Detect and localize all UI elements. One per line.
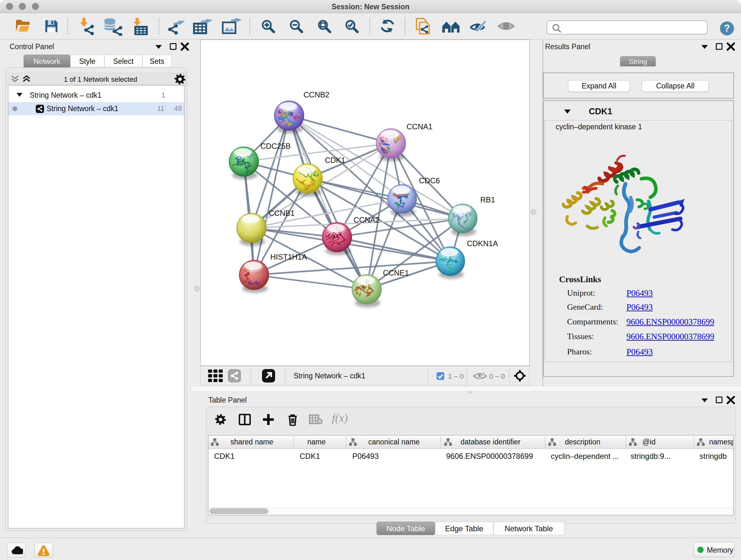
- svg-text:CDC6: CDC6: [419, 176, 440, 185]
- svg-text:RB1: RB1: [480, 195, 495, 204]
- svg-text:CCNA2: CCNA2: [354, 215, 380, 224]
- svg-text:CCNE1: CCNE1: [383, 268, 409, 277]
- svg-text:HIST1H1A: HIST1H1A: [270, 253, 307, 261]
- svg-text:CDKN1A: CDKN1A: [467, 239, 498, 248]
- svg-text:CCNA1: CCNA1: [407, 122, 432, 131]
- svg-text:CCNB1: CCNB1: [269, 209, 294, 217]
- svg-text:CDC25B: CDC25B: [260, 142, 291, 150]
- svg-text:CCNB2: CCNB2: [304, 90, 329, 99]
- svg-text:CDK1: CDK1: [325, 156, 345, 165]
